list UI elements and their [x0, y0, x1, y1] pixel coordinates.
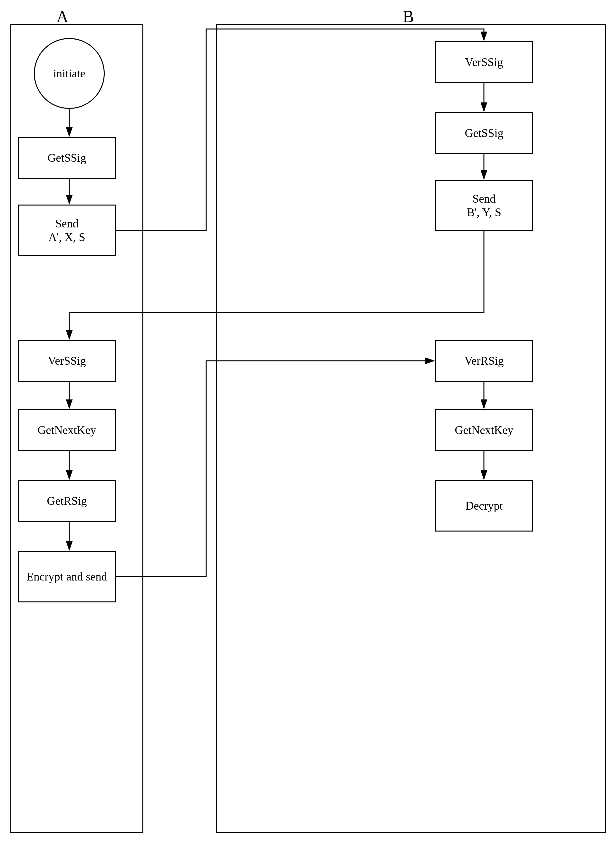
node-a-verssig: VerSSig — [18, 340, 116, 382]
node-b-verrsig: VerRSig — [435, 340, 533, 382]
col-b-label: B — [403, 7, 414, 26]
node-b-getnextkey: GetNextKey — [435, 409, 533, 451]
col-a-label: A — [56, 7, 69, 26]
node-a-send: Send A', X, S — [18, 205, 116, 256]
col-b-box — [216, 24, 606, 833]
node-a-initiate: initiate — [34, 38, 105, 109]
node-a-getnextkey: GetNextKey — [18, 409, 116, 451]
diagram-container: A B initiate GetSSig Send A', X, S VerSS… — [0, 0, 616, 844]
node-b-getssig: GetSSig — [435, 112, 533, 154]
node-a-encrypt: Encrypt and send — [18, 551, 116, 602]
node-b-send: Send B', Y, S — [435, 180, 533, 231]
node-a-getrsig: GetRSig — [18, 480, 116, 522]
node-a-getssig: GetSSig — [18, 137, 116, 179]
node-b-verssig: VerSSig — [435, 41, 533, 83]
node-b-decrypt: Decrypt — [435, 480, 533, 532]
